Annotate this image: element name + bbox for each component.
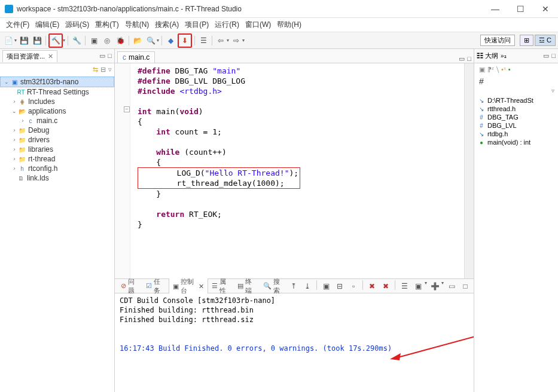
- tree-project-root[interactable]: ⌄▣ stm32f103rb-nano: [0, 76, 114, 87]
- main-toolbar: 📄▾ 💾 💾 🔨▾ 🔧 ▣ ◎ 🐞 📂 🔍▾ ◆ ⬇ ☰ ⇦▾ ⇨▾ 快速访问 …: [0, 32, 558, 49]
- menu-refactor[interactable]: 重构(T): [93, 19, 121, 31]
- new-icon[interactable]: 📄: [2, 35, 14, 47]
- window-title: workspace - stm32f103rb-nano/application…: [17, 5, 487, 13]
- menu-help[interactable]: 帮助(H): [275, 19, 304, 31]
- minimize-view-icon[interactable]: ▭: [543, 52, 549, 60]
- search-icon[interactable]: 🔍: [145, 35, 157, 47]
- tree-link-lds[interactable]: 🗎link.lds: [0, 173, 114, 183]
- perspective-open-icon[interactable]: ⊞: [520, 35, 533, 46]
- list-icon[interactable]: ☰: [197, 35, 209, 47]
- menu-project[interactable]: 项目(P): [182, 19, 211, 31]
- tree-debug[interactable]: ›📁Debug: [0, 125, 114, 135]
- bottom-panel: ⊘问题 ☑任务 ▣控制台 ✕ ☰属性 ▤终端 🔍搜索 ⤒ ⤓ ▣ ⊟ ▫ ✖ ✖: [115, 278, 474, 392]
- tree-main-c[interactable]: ›cmain.c: [0, 116, 114, 125]
- save-icon[interactable]: 💾: [18, 35, 30, 47]
- outline-rtdbg-h[interactable]: ↘rtdbg.h: [477, 130, 556, 138]
- perspective-c[interactable]: ☲ C: [535, 35, 556, 46]
- console-clear-icon[interactable]: ▫: [347, 280, 359, 292]
- menu-edit[interactable]: 编辑(E): [33, 19, 62, 31]
- close-icon[interactable]: ✕: [48, 53, 53, 60]
- outline-path[interactable]: ↘D:\RT-ThreadSt: [477, 96, 556, 105]
- perspective-switcher: ⊞ ☲ C: [520, 35, 556, 46]
- outline-sort-icon[interactable]: ▣: [479, 66, 485, 74]
- build-icon[interactable]: 🔨: [48, 33, 63, 48]
- outline-filter-icon[interactable]: •ˢ: [501, 66, 506, 74]
- project-explorer-panel: 项目资源管... ✕ ▭ □ ⇆ ⊟ ▿ ⌄▣ stm32f103rb-nano…: [0, 49, 115, 392]
- code-content: #define DBG_TAG "main" #define DBG_LVL D…: [130, 63, 464, 278]
- editor-gutter: −: [115, 63, 130, 278]
- console-removeall-icon[interactable]: ✖: [380, 280, 392, 292]
- outline-menu-icon[interactable]: ▿: [474, 87, 558, 94]
- code-editor[interactable]: − #define DBG_TAG "main" #define DBG_LVL…: [115, 63, 474, 278]
- editor-tabs: c main.c ▭ □: [115, 49, 474, 63]
- maximize-view-icon[interactable]: □: [108, 52, 112, 60]
- back-icon[interactable]: ⇦: [215, 35, 227, 47]
- maximize-button[interactable]: ☐: [513, 4, 528, 14]
- minimize-view-icon[interactable]: ▭: [446, 280, 458, 292]
- explorer-tab[interactable]: 项目资源管... ✕: [2, 50, 57, 62]
- close-icon[interactable]: ✕: [199, 283, 204, 290]
- console-lock-icon[interactable]: ⊟: [334, 280, 346, 292]
- outline-panel: ☷ 大纲 »₂ ▭ □ ▣ ⁋ᶻ ⧹ •ˢ • # ▿ ↘D:\RT-Threa…: [474, 49, 558, 392]
- hash-label: #: [474, 75, 558, 87]
- console-down-icon[interactable]: ⤓: [301, 280, 313, 292]
- collapse-all-icon[interactable]: ⊟: [100, 66, 106, 74]
- tree-rt-thread[interactable]: ›📁rt-thread: [0, 154, 114, 164]
- book-icon[interactable]: ◆: [164, 35, 176, 47]
- tree-applications[interactable]: ⌄📂applications: [0, 106, 114, 116]
- target-icon[interactable]: ◎: [101, 35, 113, 47]
- console-wrap-icon[interactable]: ☰: [398, 280, 410, 292]
- console-output[interactable]: CDT Build Console [stm32f103rb-nano] Fin…: [115, 293, 474, 392]
- outline-toolbar: ▣ ⁋ᶻ ⧹ •ˢ •: [474, 63, 558, 75]
- menu-source[interactable]: 源码(S): [63, 19, 92, 31]
- maximize-view-icon[interactable]: □: [459, 280, 471, 292]
- menu-file[interactable]: 文件(F): [4, 19, 32, 31]
- outline-more-icon[interactable]: •: [508, 66, 511, 73]
- explorer-header: 项目资源管... ✕ ▭ □: [0, 49, 114, 63]
- window-icon[interactable]: ▣: [88, 35, 100, 47]
- minimize-button[interactable]: —: [487, 4, 503, 14]
- close-button[interactable]: ✕: [538, 4, 553, 14]
- folder-open-icon[interactable]: 📂: [132, 35, 144, 47]
- console-title: CDT Build Console [stm32f103rb-nano]: [120, 296, 469, 305]
- tree-includes[interactable]: ›⋕Includes: [0, 97, 114, 106]
- outline-az-icon[interactable]: ⁋ᶻ: [487, 66, 494, 74]
- console-switch-icon[interactable]: ▣: [412, 280, 424, 292]
- menu-run[interactable]: 运行(R): [212, 19, 242, 31]
- outline-hide-icon[interactable]: ⧹: [496, 66, 499, 74]
- outline-tab[interactable]: ☷ 大纲: [477, 51, 498, 60]
- link-editor-icon[interactable]: ⇆: [93, 66, 98, 74]
- wrench-icon[interactable]: 🔧: [71, 35, 83, 47]
- console-pin-icon[interactable]: ▣: [320, 280, 332, 292]
- menu-search[interactable]: 搜索(A): [153, 19, 181, 31]
- tree-rtconfig-h[interactable]: ›hrtconfig.h: [0, 164, 114, 173]
- tree-libraries[interactable]: ›📁libraries: [0, 145, 114, 154]
- quick-access-input[interactable]: 快速访问: [480, 35, 515, 46]
- save-all-icon[interactable]: 💾: [31, 35, 43, 47]
- download-icon[interactable]: ⬇: [178, 33, 192, 48]
- console-line: Finished building: rtthread.bin: [120, 305, 469, 315]
- console-remove-icon[interactable]: ✖: [366, 280, 378, 292]
- tree-drivers[interactable]: ›📁drivers: [0, 135, 114, 145]
- outline-rtthread-h[interactable]: ↘rtthread.h: [477, 105, 556, 113]
- console-up-icon[interactable]: ⤒: [288, 280, 300, 292]
- editor-tab-main[interactable]: c main.c: [117, 51, 155, 63]
- app-icon: [5, 5, 13, 13]
- minimize-view-icon[interactable]: ▭: [99, 52, 105, 60]
- outline-header: ☷ 大纲 »₂ ▭ □: [474, 49, 558, 63]
- tree-rt-settings[interactable]: RTRT-Thread Settings: [0, 87, 114, 97]
- maximize-view-icon[interactable]: □: [551, 52, 556, 60]
- maximize-editor-icon[interactable]: □: [467, 55, 471, 63]
- debug-icon[interactable]: 🐞: [114, 35, 126, 47]
- outline-dbg-tag[interactable]: #DBG_TAG: [477, 113, 556, 121]
- menu-navigate[interactable]: 导航(N): [123, 19, 152, 31]
- console-new-icon[interactable]: ➕: [429, 280, 441, 292]
- outline-main-fn[interactable]: ●main(void) : int: [477, 138, 556, 146]
- outline-dbg-lvl[interactable]: #DBG_LVL: [477, 121, 556, 130]
- minimize-editor-icon[interactable]: ▭: [459, 55, 465, 63]
- explorer-title: 项目资源管...: [7, 52, 45, 61]
- editor-scrollbar[interactable]: [464, 63, 474, 278]
- forward-icon[interactable]: ⇨: [230, 35, 242, 47]
- view-menu-icon[interactable]: ▿: [108, 66, 112, 74]
- menu-window[interactable]: 窗口(W): [243, 19, 273, 31]
